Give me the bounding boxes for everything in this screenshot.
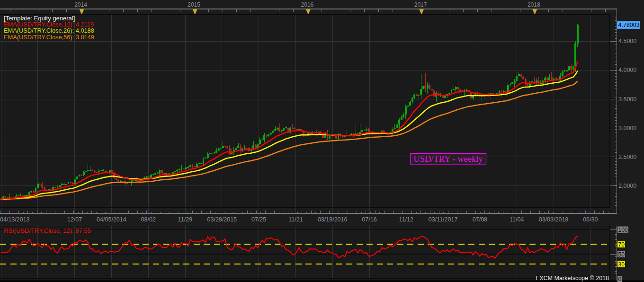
svg-text:06/30: 06/30 (583, 216, 598, 223)
svg-text:03/28/2015: 03/28/2015 (207, 216, 237, 223)
svg-text:50: 50 (618, 251, 625, 258)
svg-text:100: 100 (618, 227, 628, 233)
svg-text:11/21: 11/21 (288, 216, 303, 223)
svg-text:2014: 2014 (74, 1, 87, 8)
svg-text:07/08: 07/08 (473, 216, 487, 223)
svg-text:07/25: 07/25 (251, 216, 266, 223)
svg-text:11/29: 11/29 (178, 216, 192, 223)
svg-text:03/11/2017: 03/11/2017 (429, 216, 458, 223)
svg-text:12/07: 12/07 (67, 216, 82, 223)
svg-text:RSI(USD/TRY.Close, 12): 87.55: RSI(USD/TRY.Close, 12): 87.55 (4, 227, 91, 234)
svg-text:04/05/2014: 04/05/2014 (97, 216, 126, 223)
svg-text:0: 0 (618, 276, 622, 282)
svg-text:3.5000: 3.5000 (618, 96, 636, 103)
svg-text:2018: 2018 (528, 1, 540, 8)
svg-text:30: 30 (618, 261, 625, 268)
svg-text:11/04: 11/04 (510, 216, 524, 223)
svg-text:2.5000: 2.5000 (618, 154, 636, 160)
svg-text:2015: 2015 (188, 1, 200, 8)
svg-text:3.0000: 3.0000 (618, 125, 636, 132)
svg-text:03/19/2016: 03/19/2016 (318, 216, 348, 223)
svg-text:11/12: 11/12 (399, 216, 413, 223)
svg-text:FXCM Marketscope © 2018: FXCM Marketscope © 2018 (536, 275, 609, 282)
svg-text:08/02: 08/02 (141, 216, 156, 223)
svg-text:03/03/2018: 03/03/2018 (539, 216, 569, 223)
svg-text:4.78003: 4.78003 (618, 22, 640, 28)
svg-text:2.0000: 2.0000 (618, 183, 636, 189)
svg-text:04/13/2013: 04/13/2013 (0, 216, 30, 223)
svg-text:2017: 2017 (414, 1, 427, 8)
svg-text:2016: 2016 (301, 1, 314, 8)
svg-text:4.5000: 4.5000 (618, 38, 636, 44)
svg-text:USD/TRY - weekly: USD/TRY - weekly (413, 154, 483, 164)
svg-text:4.0000: 4.0000 (618, 67, 636, 73)
svg-text:EMA(USD/TRY.Close,56): 3.8149: EMA(USD/TRY.Close,56): 3.8149 (4, 34, 94, 41)
svg-text:70: 70 (618, 241, 625, 248)
svg-text:07/16: 07/16 (362, 216, 376, 223)
